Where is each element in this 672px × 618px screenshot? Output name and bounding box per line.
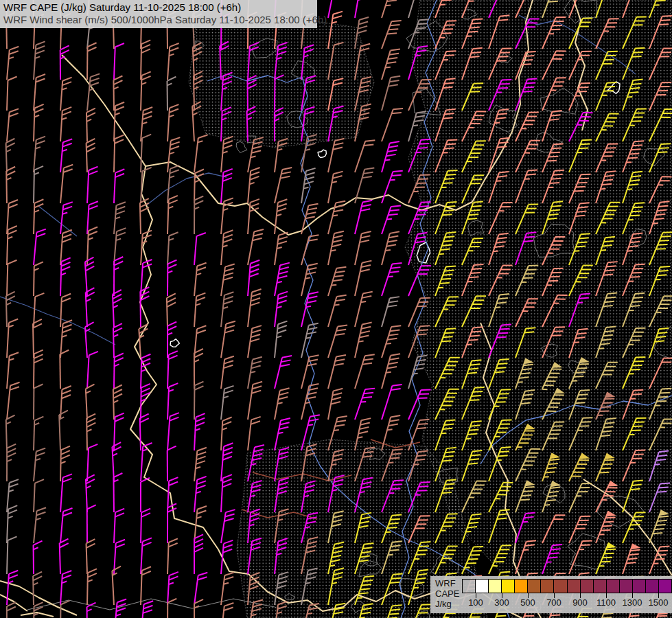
- map-title-line2: WRF Wind shear (m/s) 500/1000hPa Saturda…: [0, 14, 317, 26]
- wind-barb: [194, 196, 203, 235]
- wind-barb: [167, 43, 179, 80]
- wind-barb: [328, 137, 345, 174]
- wind-barb: [87, 569, 97, 605]
- wind-barb: [60, 106, 71, 142]
- wind-barb: [167, 503, 176, 543]
- wind-barb: [167, 195, 178, 234]
- wind-barb: [328, 0, 345, 20]
- legend-color-cell: [501, 580, 514, 593]
- wind-barb: [194, 325, 206, 358]
- wind-barb: [301, 290, 318, 328]
- wind-barb: [140, 198, 150, 234]
- wind-barb: [275, 387, 290, 421]
- wind-barb: [114, 43, 124, 80]
- wind-barb: [114, 257, 123, 296]
- map-title-line1: WRF CAPE (J/kg) Saturday 11-10-2025 18:0…: [0, 1, 317, 14]
- wind-barb: [87, 505, 96, 543]
- wind-barb: [34, 228, 46, 266]
- wind-barb: [86, 539, 96, 574]
- weather-map-canvas: [0, 0, 672, 618]
- legend-colorbar: [462, 579, 672, 593]
- wind-barb: [167, 260, 176, 296]
- wind-barb: [382, 260, 402, 299]
- wind-barb: [194, 599, 203, 618]
- wind-barb: [248, 356, 262, 390]
- wind-barb: [60, 77, 72, 111]
- wind-barb: [7, 46, 19, 81]
- legend-color-cell: [580, 580, 593, 593]
- wind-barb: [355, 198, 372, 236]
- legend-color-cell: [619, 580, 632, 593]
- wind-barb: [60, 258, 71, 296]
- wind-barb: [7, 319, 18, 358]
- wind-barb: [328, 293, 347, 329]
- wind-barb: [113, 473, 123, 512]
- wind-barb: [114, 169, 124, 204]
- legend-color-cell: [567, 580, 580, 593]
- wind-barb: [34, 199, 43, 234]
- legend-color-cell: [593, 580, 606, 593]
- legend-color-cell: [540, 580, 553, 593]
- wind-barb: [33, 541, 43, 574]
- wind-barb: [221, 385, 234, 420]
- wind-barb: [275, 320, 287, 358]
- wind-barb: [221, 229, 233, 266]
- legend-color-cell: [475, 580, 488, 593]
- wind-barb: [221, 474, 232, 512]
- wind-barb: [113, 323, 123, 358]
- wind-barb: [328, 264, 346, 299]
- wind-barb: [60, 45, 69, 80]
- wind-barb: [355, 385, 375, 422]
- wind-barb: [60, 138, 72, 173]
- wind-barb: [6, 167, 16, 203]
- wind-barb: [34, 104, 44, 142]
- legend-title-line3: J/kg: [435, 599, 459, 609]
- wind-barb: [167, 104, 178, 142]
- legend-title-line1: WRF: [435, 578, 459, 588]
- wind-barb: [141, 508, 150, 543]
- legend-color-cell: [527, 580, 540, 593]
- legend-color-cell: [658, 580, 671, 593]
- wind-barb: [382, 139, 399, 175]
- wind-barb: [7, 505, 17, 544]
- wind-barb: [167, 599, 176, 618]
- wind-barb: [34, 447, 45, 482]
- wind-barb: [7, 76, 17, 111]
- legend-title-line2: CAPE: [435, 588, 459, 599]
- cape-stipple-layer: [189, 0, 672, 618]
- wind-barb: [34, 166, 43, 204]
- wind-barb: [7, 381, 20, 420]
- wind-barb: [221, 540, 233, 575]
- wind-barb: [141, 600, 153, 618]
- wind-barb: [141, 478, 150, 512]
- wind-barb: [141, 71, 151, 111]
- wind-barb: [114, 353, 124, 389]
- wind-barb: [34, 262, 43, 296]
- legend-title: WRF CAPE J/kg: [435, 578, 459, 609]
- map-title-overlay: WRF CAPE (J/kg) Saturday 11-10-2025 18:0…: [0, 0, 317, 28]
- legend-color-cell: [488, 580, 501, 593]
- wind-barb: [60, 350, 69, 389]
- wind-barb: [87, 73, 100, 111]
- wind-barb: [34, 507, 46, 544]
- weather-map-view: WRF CAPE (J/kg) Saturday 11-10-2025 18:0…: [0, 0, 672, 618]
- wind-barb: [167, 538, 178, 575]
- legend-color-cell: [514, 580, 527, 593]
- wind-barb: [221, 602, 233, 618]
- wind-barb: [221, 135, 233, 173]
- wind-barb: [87, 351, 98, 389]
- wind-barb: [60, 164, 73, 205]
- legend-color-cell: [632, 580, 645, 593]
- wind-barb: [221, 508, 235, 545]
- wind-barb: [382, 0, 401, 21]
- wind-barb: [194, 293, 205, 328]
- wind-barb: [114, 508, 124, 543]
- wind-barb: [194, 262, 207, 297]
- wind-barb: [7, 602, 16, 618]
- wind-barb: [7, 536, 17, 574]
- wind-barb: [221, 320, 235, 359]
- wind-barb: [194, 413, 205, 450]
- wind-barb: [34, 479, 44, 513]
- wind-barb: [59, 539, 69, 574]
- legend-color-cell: [463, 580, 475, 593]
